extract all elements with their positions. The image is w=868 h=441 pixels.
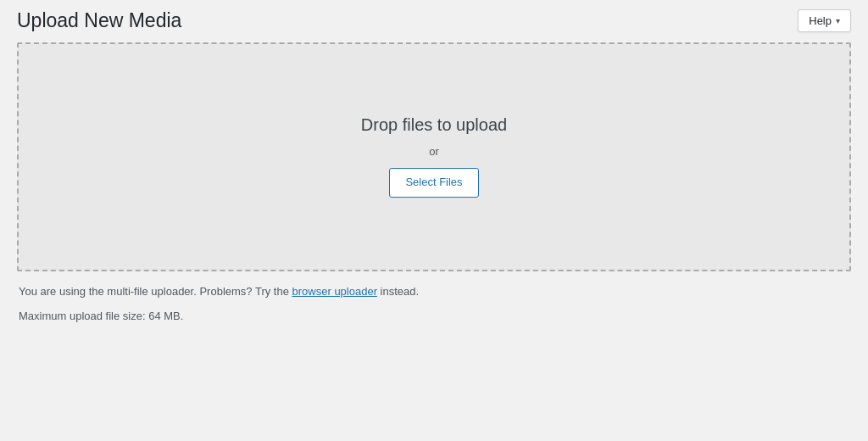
or-text: or	[429, 145, 439, 158]
page-wrapper: Upload New Media Help ▾ Drop files to up…	[0, 0, 868, 441]
content-area: Drop files to upload or Select Files You…	[0, 42, 868, 349]
help-button-label: Help	[809, 14, 832, 27]
info-line1-prefix: You are using the multi-file uploader. P…	[19, 285, 292, 298]
select-files-button[interactable]: Select Files	[389, 168, 478, 198]
info-section: You are using the multi-file uploader. P…	[17, 283, 851, 326]
drop-files-text: Drop files to upload	[361, 115, 507, 135]
drop-zone[interactable]: Drop files to upload or Select Files	[17, 42, 851, 271]
help-button[interactable]: Help ▾	[798, 9, 851, 32]
header-bar: Upload New Media Help ▾	[0, 0, 868, 42]
info-line-1: You are using the multi-file uploader. P…	[19, 283, 849, 301]
chevron-down-icon: ▾	[836, 16, 840, 25]
page-title: Upload New Media	[17, 8, 181, 34]
browser-uploader-link[interactable]: browser uploader	[292, 285, 377, 298]
info-line1-suffix: instead.	[377, 285, 419, 298]
info-line-2: Maximum upload file size: 64 MB.	[19, 308, 849, 326]
